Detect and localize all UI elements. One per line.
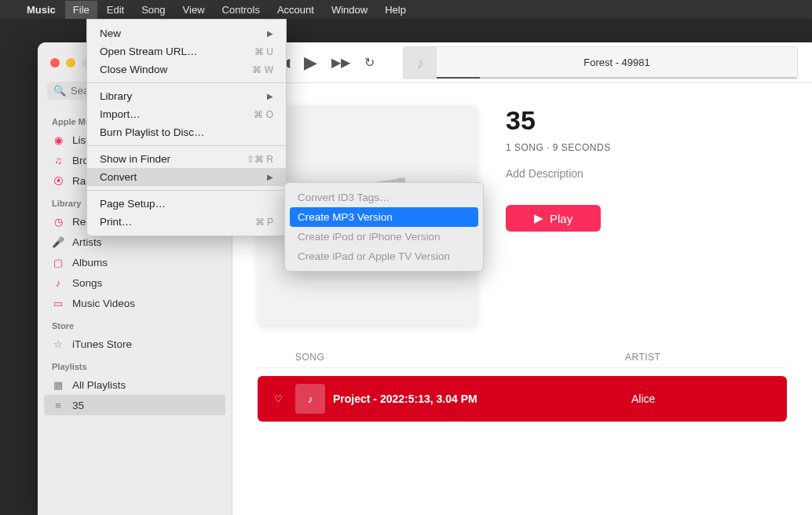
sidebar-item-all-playlists[interactable]: ▦All Playlists [38,374,232,395]
sidebar-label: All Playlists [72,379,126,391]
playlist-subtitle: 1 SONG · 9 SECONDS [506,142,611,153]
sidebar-item-music-videos[interactable]: ▭Music Videos [38,293,232,313]
next-track-icon[interactable]: ▶▶ [331,55,350,70]
sidebar-label: Albums [72,257,108,268]
app-name[interactable]: Music [27,4,56,16]
sidebar-label: Artists [72,236,102,248]
chevron-right-icon: ▶ [267,92,273,100]
playlist-view: 35 1 SONG · 9 SECONDS Add Description ▶ … [232,83,812,515]
now-playing-panel[interactable]: ♪ Forest - 49981 [403,46,798,79]
sidebar-item-songs[interactable]: ♪Songs [38,272,232,293]
album-icon: ▢ [52,256,64,268]
minimize-window-button[interactable] [66,58,75,68]
track-thumbnail-icon: ♪ [295,384,325,414]
music-note-icon: ♫ [52,154,64,166]
sidebar-item-itunes-store[interactable]: ☆iTunes Store [38,334,232,354]
playlist-title: 35 [506,105,611,136]
menu-edit[interactable]: Edit [107,4,124,16]
love-icon[interactable]: ♡ [269,393,287,404]
player-toolbar: ⤨ ◀◀ ▶ ▶▶ ↻ ♪ Forest - 49981 [232,42,812,83]
playlist-description[interactable]: Add Description [506,167,611,180]
clock-icon: ◷ [52,215,64,228]
video-icon: ▭ [52,297,64,309]
note-icon: ♪ [52,276,64,289]
menu-item-show-in-finder[interactable]: Show in Finder⇧⌘ R [87,150,286,168]
sidebar-label: Music Videos [72,298,135,309]
submenu-item-create-ipod-or-iphone-version: Create iPod or iPhone Version [290,227,478,247]
track-song-title: Project - 2022:5:13, 3.04 PM [333,393,631,405]
sidebar-label: iTunes Store [72,338,132,350]
sidebar-label: Songs [72,277,102,289]
main-content: ⤨ ◀◀ ▶ ▶▶ ↻ ♪ Forest - 49981 35 [232,42,812,515]
track-artist: Alice [631,393,655,405]
now-playing-title: Forest - 49981 [583,57,650,68]
track-row[interactable]: ♡ ♪ Project - 2022:5:13, 3.04 PM Alice [258,376,787,422]
grid-icon: ▦ [52,378,64,391]
menu-item-new[interactable]: New▶ [87,24,286,42]
menu-item-burn-playlist-to-disc-[interactable]: Burn Playlist to Disc… [87,123,286,141]
chevron-right-icon: ▶ [267,173,273,181]
menu-controls[interactable]: Controls [222,4,260,16]
track-list: SONG ARTIST ♡ ♪ Project - 2022:5:13, 3.0… [258,347,787,422]
repeat-icon[interactable]: ↻ [364,55,375,70]
column-artist[interactable]: ARTIST [625,352,660,363]
play-button-icon: ▶ [534,211,543,225]
list-icon: ≡ [52,399,64,411]
menu-item-print-[interactable]: Print…⌘ P [87,213,286,231]
convert-submenu: Convert ID3 Tags…Create MP3 VersionCreat… [284,182,484,272]
play-circle-icon: ◉ [52,133,64,146]
system-menubar: Music File Edit Song View Controls Accou… [0,0,812,19]
mic-icon: 🎤 [52,236,64,248]
now-playing-thumbnail-icon: ♪ [404,47,437,79]
star-icon: ☆ [52,338,64,350]
menu-item-library[interactable]: Library▶ [87,87,286,105]
submenu-item-convert-id-tags-: Convert ID3 Tags… [290,188,478,207]
section-store: Store [38,313,232,334]
chevron-right-icon: ▶ [267,29,273,38]
sidebar-item-albums[interactable]: ▢Albums [38,252,232,272]
now-playing-progress[interactable] [437,77,797,79]
broadcast-icon: ⦿ [52,174,64,187]
menu-help[interactable]: Help [385,4,406,16]
column-song[interactable]: SONG [295,352,625,363]
menu-window[interactable]: Window [331,4,368,16]
close-window-button[interactable] [50,58,60,68]
menu-account[interactable]: Account [277,4,314,16]
play-button[interactable]: ▶ Play [506,205,601,232]
menu-view[interactable]: View [183,4,205,16]
play-icon[interactable]: ▶ [304,53,317,73]
sidebar-label: 35 [72,400,84,411]
menu-item-close-window[interactable]: Close Window⌘ W [87,60,286,79]
menu-item-convert[interactable]: Convert▶ [87,168,286,186]
submenu-item-create-ipad-or-apple-tv-version: Create iPad or Apple TV Version [290,247,478,266]
play-button-label: Play [550,212,572,225]
file-menu-dropdown: New▶Open Stream URL…⌘ UClose Window⌘ WLi… [86,19,287,236]
submenu-item-create-mp-version[interactable]: Create MP3 Version [290,207,478,227]
menu-song[interactable]: Song [141,4,165,16]
search-icon: 🔍 [53,85,66,97]
menu-item-open-stream-url-[interactable]: Open Stream URL…⌘ U [87,42,286,60]
menu-file[interactable]: File [65,1,97,19]
menu-item-page-setup-[interactable]: Page Setup… [87,195,286,213]
section-playlists: Playlists [38,354,232,374]
sidebar-item-playlist-35[interactable]: ≡35 [44,395,225,415]
track-header: SONG ARTIST [258,347,787,368]
menu-item-import-[interactable]: Import…⌘ O [87,105,286,123]
